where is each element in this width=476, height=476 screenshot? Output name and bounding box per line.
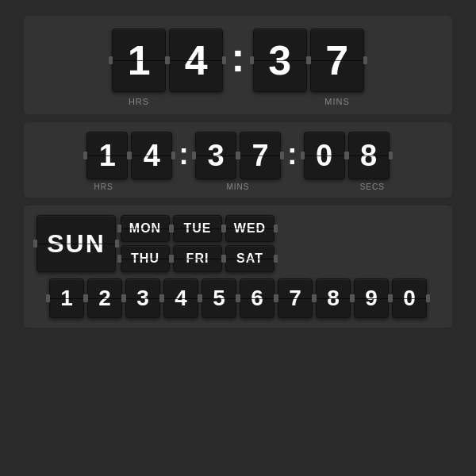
num-tile-6: 6 — [240, 278, 274, 318]
num-tile-9: 9 — [354, 278, 389, 318]
hours-digit-1-medium: 1 — [86, 132, 128, 179]
num-tile-2: 2 — [87, 278, 122, 318]
colon-large: : — [228, 33, 248, 81]
day-tile-thu: THU — [121, 245, 170, 272]
day-tile-mon: MON — [121, 215, 170, 242]
hours-pair-large: 1 4 — [112, 29, 223, 92]
hours-pair-medium: 1 4 — [86, 132, 172, 179]
day-tile-tue: TUE — [173, 215, 222, 242]
hours-digit-2-large: 4 — [169, 29, 223, 92]
num-tile-1: 1 — [49, 278, 84, 318]
days-grid-row-2: THU FRI SAT — [121, 245, 274, 272]
minutes-digit-2-medium: 7 — [240, 132, 281, 179]
num-tile-0: 0 — [392, 278, 427, 318]
hrs-label-large: HRS — [40, 97, 238, 106]
main-container: 1 4 : 3 7 — [0, 0, 476, 476]
minutes-digit-2-large: 7 — [310, 29, 364, 92]
minutes-digit-1-medium: 3 — [195, 132, 236, 179]
minutes-pair-large: 3 7 — [253, 29, 364, 92]
numbers-row: 1 2 3 4 5 — [36, 278, 440, 318]
clock-row-medium: 1 4 : 3 7 — [86, 132, 389, 179]
clock-section-hrs-mins-large: 1 4 : 3 7 — [24, 16, 452, 114]
seconds-digit-1-medium: 0 — [304, 132, 345, 179]
colon-medium-1: : — [177, 137, 190, 171]
mins-label-large: MINS — [238, 97, 436, 106]
colon-medium-2: : — [286, 137, 299, 171]
hours-digit-1-large: 1 — [112, 29, 166, 92]
days-row: SUN MON TUE — [36, 215, 440, 272]
seconds-digit-2-medium: 8 — [348, 132, 390, 179]
clock-section-hrs-mins-secs: 1 4 : 3 7 — [24, 122, 452, 198]
labels-row-medium: HRS MINS SECS — [36, 182, 440, 191]
num-tile-4: 4 — [163, 278, 198, 318]
num-tile-5: 5 — [202, 278, 236, 318]
minutes-pair-medium: 3 7 — [195, 132, 281, 179]
clock-row-large: 1 4 : 3 7 — [112, 29, 363, 92]
mins-label-medium: MINS — [171, 182, 305, 191]
days-grid-row-1: MON TUE WED — [121, 215, 274, 242]
active-day-tile: SUN — [36, 215, 116, 272]
hours-digit-2-medium: 4 — [131, 132, 172, 179]
days-grid: MON TUE WED — [121, 215, 274, 272]
num-tile-8: 8 — [316, 278, 351, 318]
seconds-pair-medium: 0 8 — [304, 132, 390, 179]
day-tile-wed: WED — [225, 215, 274, 242]
num-tile-3: 3 — [125, 278, 160, 318]
hrs-label-medium: HRS — [36, 182, 171, 191]
day-tile-sat: SAT — [225, 245, 274, 272]
labels-row-large: HRS MINS — [40, 97, 436, 106]
num-tile-7: 7 — [278, 278, 313, 318]
bottom-section: SUN MON TUE — [24, 205, 452, 328]
day-tile-fri: FRI — [173, 245, 222, 272]
minutes-digit-1-large: 3 — [253, 29, 307, 92]
secs-label-medium: SECS — [305, 182, 440, 191]
